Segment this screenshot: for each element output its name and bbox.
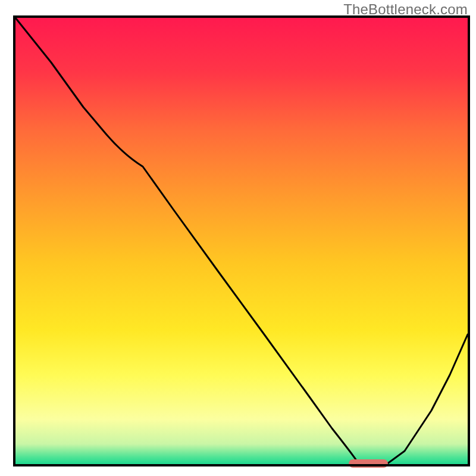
chart-container: TheBottleneck.com bbox=[0, 0, 476, 476]
chart-svg bbox=[0, 0, 476, 476]
gradient-background bbox=[15, 18, 468, 464]
watermark-text: TheBottleneck.com bbox=[343, 1, 468, 18]
